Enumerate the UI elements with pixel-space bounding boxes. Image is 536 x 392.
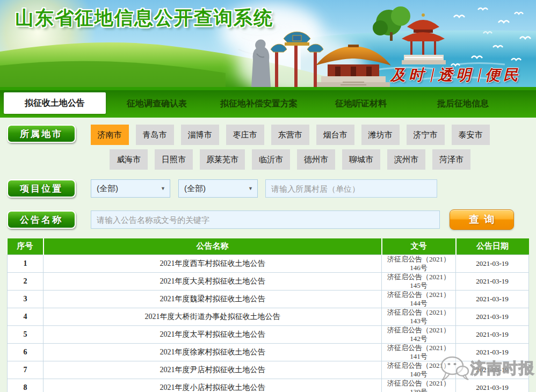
notice-filter-row: 公告名称 查询 — [0, 209, 536, 230]
slogan-divider — [477, 68, 482, 82]
table-column-header: 公告名称 — [44, 238, 382, 255]
city-button[interactable]: 济宁市 — [407, 125, 445, 145]
table-row[interactable]: 72021年度尹店村拟征收土地公告济征启公告（2021）140号2021-03-… — [8, 361, 529, 379]
row-number: 8 — [8, 379, 44, 392]
row-number: 1 — [8, 255, 44, 272]
doc-number: 济征启公告（2021）142号 — [382, 325, 456, 343]
city-button[interactable]: 东营市 — [271, 125, 309, 145]
city-button[interactable]: 济南市 — [91, 125, 129, 145]
nav-tab[interactable]: 拟征收土地公告 — [4, 92, 106, 114]
city-button[interactable]: 滨州市 — [387, 149, 425, 170]
nav-tab[interactable]: 批后征地信息 — [412, 90, 514, 118]
city-button-group: 济南市青岛市淄博市枣庄市东营市烟台市潍坊市济宁市泰安市威海市日照市原莱芜市临沂市… — [83, 125, 497, 170]
district-select-value: (全部) — [97, 184, 118, 194]
notice-date: 2021-03-19 — [456, 308, 529, 325]
notice-title-link[interactable]: 2021年度尹店村拟征收土地公告 — [44, 361, 382, 379]
city-filter-row: 所属地市 济南市青岛市淄博市枣庄市东营市烟台市潍坊市济宁市泰安市威海市日照市原莱… — [0, 125, 536, 170]
city-button[interactable]: 临沂市 — [252, 149, 290, 170]
city-button[interactable]: 聊城市 — [342, 149, 380, 170]
page: 山东省征地信息公开查询系统 及时 透明 便民 拟征收土地公告征地调查确认表拟征地… — [0, 0, 536, 392]
city-button[interactable]: 德州市 — [297, 149, 335, 170]
table-row[interactable]: 82021年度小店村拟征收土地公告济征启公告（2021）139号2021-03-… — [8, 379, 529, 392]
notice-date: 2021-03-19 — [456, 379, 529, 392]
city-button[interactable]: 原莱芜市 — [200, 149, 245, 170]
site-title: 山东省征地信息公开查询系统 — [15, 5, 273, 31]
row-number: 3 — [8, 290, 44, 308]
table-row[interactable]: 42021年度大桥街道办事处拟征收土地公告济征启公告（2021）143号2021… — [8, 308, 529, 325]
city-button[interactable]: 烟台市 — [316, 125, 354, 145]
slogan-divider — [430, 68, 434, 82]
notice-title-link[interactable]: 2021年度西车村拟征收土地公告 — [44, 255, 382, 272]
table-header-row: 序号公告名称文号公告日期 — [8, 238, 529, 255]
doc-number: 济征启公告（2021）146号 — [382, 255, 456, 272]
nav-tab[interactable]: 征地调查确认表 — [106, 90, 208, 118]
table-column-header: 文号 — [382, 238, 456, 255]
notice-title-link[interactable]: 2021年度魏梁村拟征收土地公告 — [44, 290, 382, 308]
nav-tab[interactable]: 征地听证材料 — [310, 90, 412, 118]
doc-number: 济征启公告（2021）143号 — [382, 308, 456, 325]
city-button[interactable]: 日照市 — [155, 149, 193, 170]
city-button[interactable]: 威海市 — [110, 149, 148, 170]
notice-title-link[interactable]: 2021年度太平村拟征收土地公告 — [44, 325, 382, 343]
doc-number: 济征启公告（2021）140号 — [382, 361, 456, 379]
city-button[interactable]: 潍坊市 — [361, 125, 400, 145]
main-nav: 拟征收土地公告征地调查确认表拟征地补偿安置方案征地听证材料批后征地信息 — [0, 90, 536, 118]
main-area: 所属地市 济南市青岛市淄博市枣庄市东营市烟台市潍坊市济宁市泰安市威海市日照市原莱… — [0, 118, 536, 392]
city-button[interactable]: 菏泽市 — [432, 149, 470, 170]
street-select-value: (全部) — [184, 184, 206, 194]
city-button[interactable]: 淄博市 — [181, 125, 219, 145]
row-number: 4 — [8, 308, 44, 325]
table-column-header: 公告日期 — [456, 238, 529, 255]
slogan-word: 便民 — [485, 65, 521, 85]
notice-date: 2021-03-19 — [456, 361, 529, 379]
table-row[interactable]: 32021年度魏梁村拟征收土地公告济征启公告（2021）144号2021-03-… — [8, 290, 529, 308]
doc-number: 济征启公告（2021）139号 — [382, 379, 456, 392]
table-row[interactable]: 62021年度徐家村拟征收土地公告济征启公告（2021）141号2021-03-… — [8, 343, 529, 361]
city-button[interactable]: 枣庄市 — [226, 125, 264, 145]
doc-number: 济征启公告（2021）145号 — [382, 272, 456, 290]
notice-title-link[interactable]: 2021年度大桥街道办事处拟征收土地公告 — [44, 308, 382, 325]
notice-date: 2021-03-19 — [456, 343, 529, 361]
notice-date: 2021-03-19 — [456, 255, 529, 272]
street-select[interactable]: (全部) ▼ — [178, 179, 258, 198]
location-filter-row: 项目位置 (全部) ▼ (全部) ▼ — [0, 179, 536, 198]
district-select[interactable]: (全部) ▼ — [91, 179, 170, 198]
slogan-word: 及时 — [390, 65, 427, 85]
notice-title-link[interactable]: 2021年度大吴村拟征收土地公告 — [44, 272, 382, 290]
location-filter-label: 项目位置 — [7, 179, 76, 198]
row-number: 2 — [8, 272, 44, 290]
notice-date: 2021-03-19 — [456, 325, 529, 343]
table-column-header: 序号 — [8, 238, 44, 255]
banner-slogan: 及时 透明 便民 — [386, 65, 526, 85]
city-filter-label: 所属地市 — [7, 125, 76, 143]
nav-tab[interactable]: 拟征地补偿安置方案 — [208, 90, 310, 118]
city-button[interactable]: 泰安市 — [452, 125, 490, 145]
keyword-input[interactable] — [91, 210, 440, 229]
row-number: 7 — [8, 361, 44, 379]
banner: 山东省征地信息公开查询系统 及时 透明 便民 — [0, 0, 536, 87]
notice-title-link[interactable]: 2021年度徐家村拟征收土地公告 — [44, 343, 382, 361]
chevron-down-icon: ▼ — [161, 186, 165, 191]
slogan-word: 透明 — [438, 65, 474, 85]
village-input[interactable] — [265, 179, 437, 198]
city-button[interactable]: 青岛市 — [136, 125, 174, 145]
row-number: 5 — [8, 325, 44, 343]
doc-number: 济征启公告（2021）144号 — [382, 290, 456, 308]
table-body: 12021年度西车村拟征收土地公告济征启公告（2021）146号2021-03-… — [8, 255, 529, 392]
chevron-down-icon: ▼ — [248, 186, 253, 191]
notice-date: 2021-03-19 — [456, 272, 529, 290]
row-number: 6 — [8, 343, 44, 361]
doc-number: 济征启公告（2021）141号 — [382, 343, 456, 361]
table-row[interactable]: 12021年度西车村拟征收土地公告济征启公告（2021）146号2021-03-… — [8, 255, 529, 272]
search-button[interactable]: 查询 — [450, 209, 514, 230]
notice-title-link[interactable]: 2021年度小店村拟征收土地公告 — [44, 379, 382, 392]
notice-filter-label: 公告名称 — [7, 210, 76, 229]
table-row[interactable]: 52021年度太平村拟征收土地公告济征启公告（2021）142号2021-03-… — [8, 325, 529, 343]
notice-date: 2021-03-19 — [456, 290, 529, 308]
table-row[interactable]: 22021年度大吴村拟征收土地公告济征启公告（2021）145号2021-03-… — [8, 272, 529, 290]
notice-table: 序号公告名称文号公告日期 12021年度西车村拟征收土地公告济征启公告（2021… — [7, 238, 529, 392]
